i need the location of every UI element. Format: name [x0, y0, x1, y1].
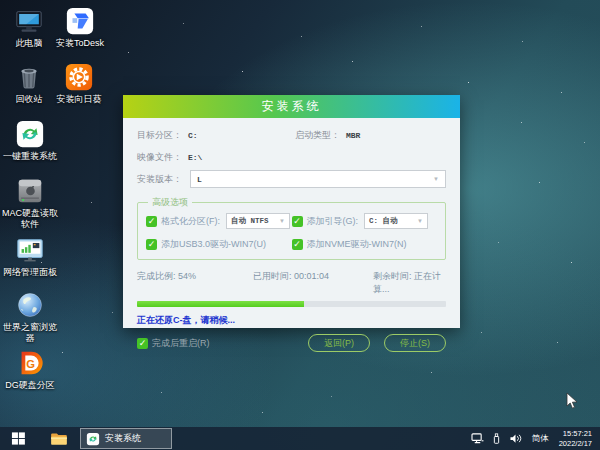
- progress-stats-row: 完成比例: 54% 已用时间: 00:01:04 剩余时间: 正在计算...: [137, 270, 446, 296]
- windows-logo-icon: [11, 431, 26, 446]
- desktop-icon-label: MAC硬盘读取软件: [2, 208, 58, 230]
- add-boot-checkbox[interactable]: ✓: [292, 216, 303, 227]
- boot-type-value: MBR: [346, 131, 360, 140]
- dg-partition-icon: G: [15, 348, 45, 378]
- taskbar-task-label: 安装系统: [105, 432, 141, 445]
- desktop-icon-mac-disk-reader[interactable]: MAC硬盘读取软件: [2, 176, 58, 230]
- usb3-driver-checkbox[interactable]: ✓: [146, 239, 157, 250]
- progress-elapsed-text: 已用时间: 00:01:04: [253, 270, 373, 296]
- format-partition-checkbox[interactable]: ✓: [146, 216, 157, 227]
- install-system-app-icon: [86, 432, 100, 446]
- add-boot-option: ✓ 添加引导(G): C: 自动 ▼: [292, 213, 438, 229]
- install-version-label: 安装版本：: [137, 173, 182, 186]
- input-method-indicator[interactable]: 简体: [532, 433, 549, 445]
- desktop-icon-one-key-reinstall[interactable]: 一键重装系统: [0, 119, 60, 162]
- nvme-driver-option: ✓ 添加NVME驱动-WIN7(N): [292, 238, 438, 251]
- desktop-icon-label: 安装ToDesk: [56, 38, 104, 49]
- usb3-driver-label: 添加USB3.0驱动-WIN7(U): [161, 238, 266, 251]
- usb-device-tray-icon[interactable]: [492, 433, 501, 445]
- clock-date: 2022/2/17: [559, 439, 592, 448]
- target-partition-label: 目标分区：: [137, 129, 182, 142]
- chevron-down-icon: ▼: [417, 218, 423, 224]
- restart-after-finish-checkbox[interactable]: ✓: [137, 338, 148, 349]
- desktop-icon-network-panel[interactable]: 网络管理面板: [0, 235, 60, 278]
- globe-browser-icon: [15, 290, 45, 320]
- progress-percent-text: 完成比例: 54%: [137, 270, 253, 296]
- system-tray: 简体 15:57:21 2022/2/17: [467, 427, 600, 450]
- sunflower-icon: [64, 62, 94, 92]
- clock-time: 15:57:21: [563, 429, 592, 438]
- image-file-value: E:\: [188, 153, 202, 162]
- dialog-titlebar[interactable]: 安装系统: [123, 95, 460, 118]
- progress-fill: [137, 301, 304, 307]
- format-partition-value: 自动 NTFS: [231, 216, 279, 226]
- dialog-footer: ✓ 完成后重启(R) 返回(P) 停止(S): [137, 334, 446, 352]
- reinstall-system-icon: [15, 119, 45, 149]
- add-boot-select[interactable]: C: 自动 ▼: [364, 213, 428, 229]
- install-version-value: L: [197, 175, 433, 184]
- row-target-partition: 目标分区： C: 启动类型： MBR: [137, 129, 446, 142]
- format-partition-option: ✓ 格式化分区(F): 自动 NTFS ▼: [146, 213, 292, 229]
- desktop-icon-install-todesk[interactable]: 安装ToDesk: [48, 6, 112, 49]
- desktop-icon-label: 安装向日葵: [57, 94, 102, 105]
- file-explorer-button[interactable]: [44, 427, 74, 450]
- dialog-title: 安装系统: [262, 98, 322, 115]
- folder-icon: [50, 431, 68, 447]
- back-button[interactable]: 返回(P): [308, 334, 370, 352]
- nvme-driver-checkbox[interactable]: ✓: [292, 239, 303, 250]
- progress-bar: [137, 301, 446, 307]
- desktop-icon-label: 此电脑: [16, 38, 43, 49]
- row-image-file: 映像文件： E:\: [137, 151, 446, 164]
- svg-text:G: G: [26, 358, 35, 370]
- desktop-icon-label: 世界之窗浏览器: [2, 322, 58, 344]
- desktop-icon-label: 网络管理面板: [3, 267, 57, 278]
- add-boot-value: C: 自动: [369, 216, 417, 226]
- taskbar-clock[interactable]: 15:57:21 2022/2/17: [559, 429, 592, 449]
- format-partition-select[interactable]: 自动 NTFS ▼: [226, 213, 290, 229]
- restart-after-finish-option: ✓ 完成后重启(R): [137, 337, 294, 350]
- advanced-options-legend: 高级选项: [148, 196, 192, 209]
- taskbar: 安装系统 简体 15:57:21 2022/2/17: [0, 427, 600, 450]
- desktop-icon-world-window-browser[interactable]: 世界之窗浏览器: [2, 290, 58, 344]
- desktop-icon-label: 一键重装系统: [3, 151, 57, 162]
- start-button[interactable]: [0, 427, 36, 450]
- stop-button[interactable]: 停止(S): [384, 334, 446, 352]
- restart-after-finish-label: 完成后重启(R): [152, 337, 210, 350]
- restore-status-text: 正在还原C-盘，请稍候...: [137, 314, 446, 327]
- todesk-icon: [65, 6, 95, 36]
- install-version-select[interactable]: L ▼: [190, 170, 446, 188]
- chevron-down-icon: ▼: [279, 218, 285, 224]
- add-boot-label: 添加引导(G):: [307, 215, 359, 228]
- boot-type-label: 启动类型：: [295, 129, 340, 142]
- progress-remaining-text: 剩余时间: 正在计算...: [373, 270, 446, 296]
- image-file-label: 映像文件：: [137, 151, 182, 164]
- advanced-options-group: 高级选项 ✓ 格式化分区(F): 自动 NTFS ▼ ✓ 添加引导(G): C:…: [137, 196, 446, 260]
- chevron-down-icon: ▼: [433, 176, 439, 182]
- install-system-dialog: 安装系统 目标分区： C: 启动类型： MBR 映像文件： E:\ 安装版本： …: [123, 95, 460, 328]
- recycle-bin-icon: [14, 62, 44, 92]
- starfield: [0, 0, 1, 1]
- mouse-cursor: [566, 392, 578, 414]
- mac-disk-icon: [15, 176, 45, 206]
- nvme-driver-label: 添加NVME驱动-WIN7(N): [307, 238, 407, 251]
- desktop-icon-install-sunflower[interactable]: 安装向日葵: [44, 62, 114, 105]
- format-partition-label: 格式化分区(F):: [161, 215, 220, 228]
- desktop-icon-label: DG硬盘分区: [5, 380, 55, 391]
- taskbar-task-install-system[interactable]: 安装系统: [80, 428, 172, 449]
- volume-tray-icon[interactable]: [509, 433, 522, 444]
- target-partition-value: C:: [188, 131, 198, 140]
- desktop-icon-this-pc[interactable]: 此电脑: [4, 6, 54, 49]
- network-panel-icon: [15, 235, 45, 265]
- network-tray-icon[interactable]: [471, 433, 484, 444]
- this-pc-icon: [14, 6, 44, 36]
- row-install-version: 安装版本： L ▼: [137, 170, 446, 188]
- desktop-icon-dg-partition[interactable]: G DG硬盘分区: [2, 348, 58, 391]
- desktop-icon-label: 回收站: [16, 94, 43, 105]
- usb3-driver-option: ✓ 添加USB3.0驱动-WIN7(U): [146, 238, 292, 251]
